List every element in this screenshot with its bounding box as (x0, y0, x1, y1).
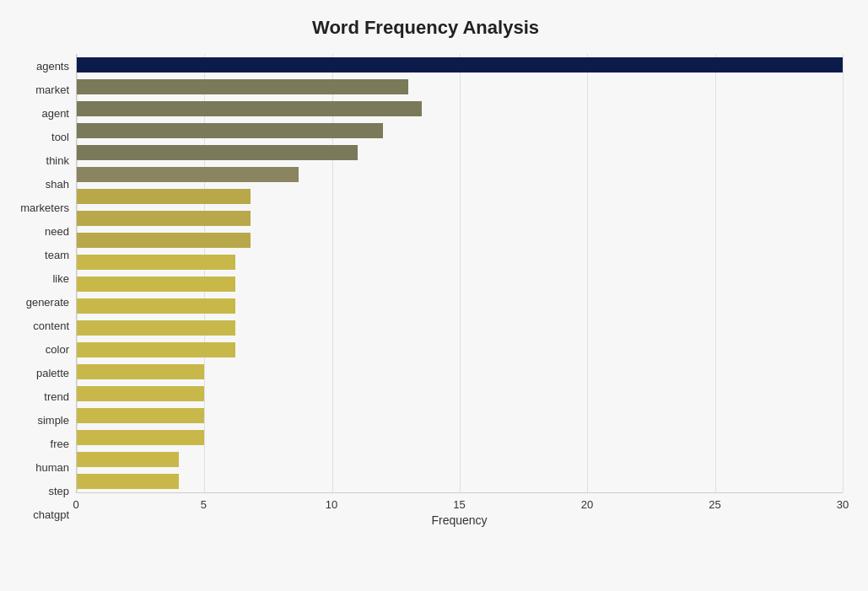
bar-row-like (77, 251, 843, 273)
bar-shah (77, 167, 299, 182)
y-label-shah: shah (46, 179, 69, 190)
x-tick-5: 5 (201, 498, 207, 511)
bar-agents (77, 57, 843, 73)
bar-row-market (77, 76, 843, 98)
y-label-agent: agent (41, 108, 69, 119)
bar-row-trend (77, 361, 843, 383)
y-axis-labels: agentsmarketagenttoolthinkshahmarketersn… (8, 54, 76, 527)
y-label-generate: generate (26, 297, 69, 308)
x-tick-20: 20 (581, 498, 593, 511)
x-axis: 051015202530 (76, 493, 843, 510)
y-label-like: like (52, 273, 69, 284)
y-label-marketers: marketers (20, 202, 69, 213)
bar-team (77, 233, 251, 248)
x-tick-10: 10 (326, 498, 337, 511)
bar-row-step (77, 449, 843, 470)
bar-tool (77, 123, 383, 138)
bar-trend (77, 364, 204, 379)
grid-line-30 (843, 54, 844, 492)
chart-title: Word Frequency Analysis (8, 17, 843, 39)
bar-row-free (77, 405, 843, 427)
bar-row-need (77, 207, 843, 229)
bar-row-agents (77, 54, 843, 76)
bar-row-palette (77, 339, 843, 361)
bar-row-tool (77, 120, 843, 142)
bar-simple (77, 386, 204, 401)
bar-generate (77, 277, 235, 292)
bar-row-human (77, 427, 843, 449)
y-label-tool: tool (51, 132, 69, 142)
y-label-palette: palette (36, 368, 69, 379)
x-tick-15: 15 (453, 498, 465, 511)
y-label-content: content (33, 320, 69, 331)
bar-row-marketers (77, 185, 843, 207)
y-label-step: step (48, 486, 69, 497)
y-label-think: think (46, 155, 69, 166)
bar-row-chatgpt (77, 470, 843, 492)
bar-row-content (77, 295, 843, 317)
chart-area: agentsmarketagenttoolthinkshahmarketersn… (8, 54, 843, 527)
bar-palette (77, 342, 235, 357)
x-tick-30: 30 (837, 498, 849, 511)
bars-and-xaxis: 051015202530 Frequency (76, 54, 843, 527)
chart-container: Word Frequency Analysis agentsmarketagen… (0, 0, 868, 591)
bar-free (77, 408, 204, 423)
bar-row-agent (77, 98, 843, 120)
x-tick-0: 0 (73, 498, 78, 511)
bar-market (77, 79, 408, 94)
bar-agent (77, 101, 422, 116)
x-tick-25: 25 (709, 498, 720, 511)
bar-row-shah (77, 164, 843, 185)
y-label-simple: simple (37, 415, 69, 426)
bar-like (77, 255, 235, 270)
bar-human (77, 430, 204, 445)
y-label-team: team (45, 250, 69, 261)
y-label-chatgpt: chatgpt (33, 509, 69, 520)
bar-row-think (77, 142, 843, 164)
x-axis-label: Frequency (76, 513, 843, 527)
bar-row-generate (77, 273, 843, 295)
y-label-human: human (35, 462, 69, 473)
y-label-free: free (51, 438, 69, 449)
bar-color (77, 320, 235, 336)
y-label-market: market (35, 84, 69, 95)
bar-think (77, 145, 358, 160)
bar-need (77, 211, 251, 226)
bar-content (77, 298, 235, 314)
y-label-need: need (45, 226, 69, 237)
bar-marketers (77, 189, 251, 204)
y-label-agents: agents (36, 61, 69, 72)
y-label-color: color (46, 344, 69, 355)
y-label-trend: trend (44, 391, 69, 402)
bar-row-simple (77, 383, 843, 405)
bar-row-team (77, 229, 843, 251)
bar-row-color (77, 317, 843, 339)
bars-grid (76, 54, 843, 493)
bar-step (77, 452, 179, 467)
bar-chatgpt (77, 474, 179, 489)
